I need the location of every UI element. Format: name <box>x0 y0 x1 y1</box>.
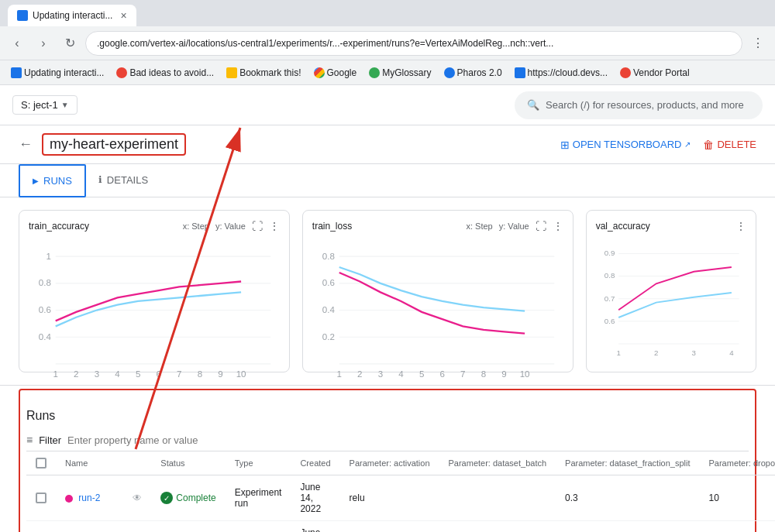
svg-text:7: 7 <box>177 369 181 379</box>
extensions-button[interactable]: ⋮ <box>747 33 769 54</box>
filter-icon: ≡ <box>26 434 33 446</box>
bookmark-vendor[interactable]: Vendor Portal <box>615 66 694 80</box>
run-dot-0 <box>65 495 73 503</box>
svg-text:10: 10 <box>236 369 246 379</box>
bookmark-label-5: Pharos 2.0 <box>457 67 502 78</box>
filter-label: Filter <box>39 434 61 446</box>
svg-text:5: 5 <box>419 369 424 379</box>
delete-button[interactable]: 🗑 DELETE <box>703 139 756 151</box>
svg-text:6: 6 <box>439 369 444 379</box>
svg-text:3: 3 <box>691 348 695 357</box>
chart-menu-icon-3[interactable]: ⋮ <box>735 220 746 232</box>
bookmark-favicon-5 <box>444 67 455 78</box>
header-checkbox[interactable] <box>36 458 46 469</box>
details-tab-label: DETAILS <box>107 174 148 186</box>
tab-close-icon[interactable]: × <box>120 9 126 22</box>
svg-text:3: 3 <box>95 369 99 379</box>
row-checkbox-0[interactable] <box>36 493 46 503</box>
tabs-bar: ▶ RUNS ℹ DETAILS <box>0 164 775 197</box>
fraction-split-0: 0.3 <box>556 475 699 521</box>
search-icon: 🔍 <box>527 99 539 111</box>
runs-table: Name Status Type Created Parameter: acti… <box>26 451 775 532</box>
col-visibility <box>123 451 151 475</box>
bookmark-updating[interactable]: Updating interacti... <box>6 66 108 80</box>
open-tensorboard-label: OPEN TENSORBOARD <box>573 139 682 150</box>
back-nav-button[interactable]: ‹ <box>6 33 28 54</box>
bookmark-favicon-1 <box>116 67 127 78</box>
svg-text:1: 1 <box>336 369 341 379</box>
reload-button[interactable]: ↻ <box>59 33 81 54</box>
chart-body-2: 0.8 0.6 0.4 0.2 1 2 3 4 5 6 7 8 9 10 <box>312 239 563 362</box>
bookmark-pharos[interactable]: Pharos 2.0 <box>439 66 507 80</box>
bookmark-favicon-4 <box>369 67 380 78</box>
chart-expand-icon-1[interactable]: ⛶ <box>252 220 263 232</box>
dropout-rate-1: 0.5 <box>700 521 776 533</box>
table-row: run-2 👁 ✓ Complete Experiment run June 1… <box>26 475 775 521</box>
svg-text:7: 7 <box>460 369 465 379</box>
project-selector[interactable]: S: ject-1 ▼ <box>12 95 78 115</box>
svg-text:0.4: 0.4 <box>322 305 336 314</box>
svg-text:2: 2 <box>357 369 362 379</box>
tab-runs[interactable]: ▶ RUNS <box>19 164 86 197</box>
status-badge-0: ✓ Complete <box>160 492 215 504</box>
bookmark-label-2: Bookmark this! <box>239 67 301 78</box>
experiment-title: my-heart-experiment <box>50 136 178 152</box>
bookmark-favicon-2 <box>226 67 237 78</box>
svg-text:9: 9 <box>501 369 506 379</box>
chart-y-label-1: y: Value <box>215 221 246 231</box>
chart-menu-icon-2[interactable]: ⋮ <box>553 220 563 232</box>
tensorboard-icon: ⊞ <box>560 139 570 151</box>
visibility-icon-0[interactable]: 👁 <box>133 493 142 503</box>
search-bar[interactable]: 🔍 Search (/) for resources, products, an… <box>515 91 763 119</box>
bookmark-bad-ideas[interactable]: Bad ideas to avoid... <box>112 66 219 80</box>
top-bar: S: ject-1 ▼ 🔍 Search (/) for resources, … <box>0 85 775 125</box>
type-0: Experiment run <box>226 475 291 521</box>
svg-text:2: 2 <box>654 348 658 357</box>
address-bar[interactable]: .google.com/vertex-ai/locations/us-centr… <box>85 31 742 56</box>
table-header-row: Name Status Type Created Parameter: acti… <box>26 451 775 475</box>
forward-nav-button[interactable]: › <box>33 33 54 54</box>
svg-text:5: 5 <box>136 369 140 379</box>
chart-y-label-2: y: Value <box>499 221 529 231</box>
bookmark-myglossary[interactable]: MyGlossary <box>364 66 436 80</box>
chart-expand-icon-2[interactable]: ⛶ <box>536 220 546 232</box>
header-actions: ⊞ OPEN TENSORBOARD ↗ 🗑 DELETE <box>560 139 756 151</box>
chart-title-1: train_accuracy <box>29 221 89 232</box>
bookmark-favicon-7 <box>620 67 631 78</box>
bookmark-cloud[interactable]: https://cloud.devs... <box>510 66 612 80</box>
bookmark-label-0: Updating interacti... <box>24 67 104 78</box>
chart-title-2: train_loss <box>312 221 352 232</box>
svg-text:4: 4 <box>115 369 120 379</box>
svg-text:10: 10 <box>520 369 530 379</box>
chart-menu-icon-1[interactable]: ⋮ <box>269 220 280 232</box>
col-fraction: Parameter: dataset_fraction_split <box>556 451 699 475</box>
type-1: Experiment run <box>226 521 291 533</box>
chevron-down-icon: ▼ <box>61 101 69 109</box>
chart-svg-1: 1 0.8 0.6 0.4 1 2 3 4 5 6 7 8 9 <box>29 239 280 382</box>
delete-label: DELETE <box>717 139 756 150</box>
run-link-0[interactable]: run-2 <box>78 493 100 503</box>
chart-title-3: val_accuracy <box>596 221 650 232</box>
runs-header: Runs <box>26 396 749 429</box>
dataset-batch-0 <box>439 475 556 521</box>
chart-x-label-2: x: Step <box>467 221 493 231</box>
col-type: Type <box>226 451 291 475</box>
bookmark-favicon-0 <box>11 67 22 78</box>
tab-details[interactable]: ℹ DETAILS <box>86 165 160 197</box>
svg-text:0.6: 0.6 <box>322 278 335 287</box>
activation-0: relu <box>340 475 439 521</box>
back-button[interactable]: ← <box>19 136 33 153</box>
bookmark-label-4: MyGlossary <box>382 67 431 78</box>
open-tensorboard-button[interactable]: ⊞ OPEN TENSORBOARD ↗ <box>560 139 691 151</box>
tab-title: Updating interacti... <box>33 10 112 21</box>
browser-tab[interactable]: Updating interacti... × <box>8 5 136 26</box>
bookmark-this[interactable]: Bookmark this! <box>222 66 305 80</box>
svg-text:0.6: 0.6 <box>39 305 51 314</box>
bookmark-google[interactable]: Google <box>309 66 362 80</box>
fraction-split-1: 0.2 <box>556 521 699 533</box>
svg-text:3: 3 <box>378 369 383 379</box>
chart-val-accuracy: val_accuracy ⋮ 0.9 0.8 0.7 <box>586 210 756 372</box>
filter-input[interactable] <box>67 434 749 446</box>
runs-tab-label: RUNS <box>43 175 72 187</box>
col-dropout: Parameter: dropout_rate <box>700 451 776 475</box>
